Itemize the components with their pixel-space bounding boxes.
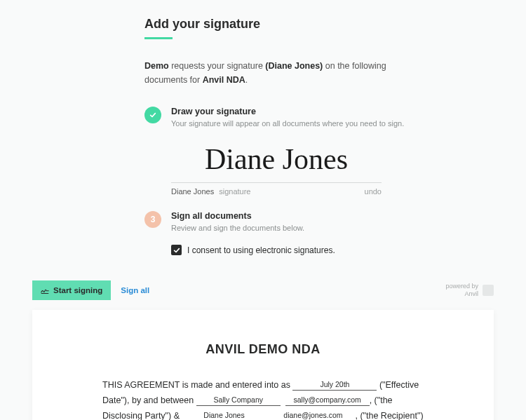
accent-bar [144, 37, 173, 39]
consent-checkbox[interactable] [171, 245, 182, 255]
start-signing-button[interactable]: Start signing [32, 280, 111, 300]
signature-rendered: Diane Jones [205, 144, 348, 174]
signature-icon [41, 286, 49, 294]
document-title: ANVIL DEMO NDA [102, 342, 424, 357]
intro-requester: Demo [144, 61, 169, 71]
fill-disclosing-party: Sally Company [196, 395, 281, 406]
document-preview: ANVIL DEMO NDA THIS AGREEMENT is made an… [32, 310, 494, 420]
fill-recipient-party: Diane Jones [182, 411, 267, 420]
powered-by: powered by Anvil [445, 283, 494, 298]
document-body: THIS AGREEMENT is made and entered into … [102, 378, 424, 420]
page-title: Add your signature [144, 17, 526, 32]
step-draw-sub: Your signature will appear on all docume… [171, 118, 410, 130]
step-sign-title: Sign all documents [171, 211, 410, 221]
signature-label: signature [219, 187, 250, 196]
anvil-logo-icon [483, 285, 494, 296]
intro-text: Demo requests your signature (Diane Jone… [144, 59, 397, 87]
intro-doc-name: Anvil NDA [203, 75, 245, 85]
fill-effective-date: July 20th [292, 380, 377, 391]
step-number-badge: 3 [144, 211, 161, 228]
fill-recipient-email: diane@jones.com [271, 411, 355, 420]
signature-name: Diane Jones [171, 187, 214, 196]
consent-label: I consent to using electronic signatures… [187, 245, 335, 255]
intro-signer-name: (Diane Jones) [265, 61, 323, 71]
undo-button[interactable]: undo [365, 187, 382, 196]
check-icon [144, 107, 161, 123]
step-sign-sub: Review and sign the documents below. [171, 222, 410, 234]
sign-all-link[interactable]: Sign all [121, 286, 149, 294]
signature-canvas[interactable]: Diane Jones [171, 137, 382, 183]
step-draw-title: Draw your signature [171, 107, 410, 116]
fill-disclosing-email: sally@company.com [285, 395, 370, 406]
